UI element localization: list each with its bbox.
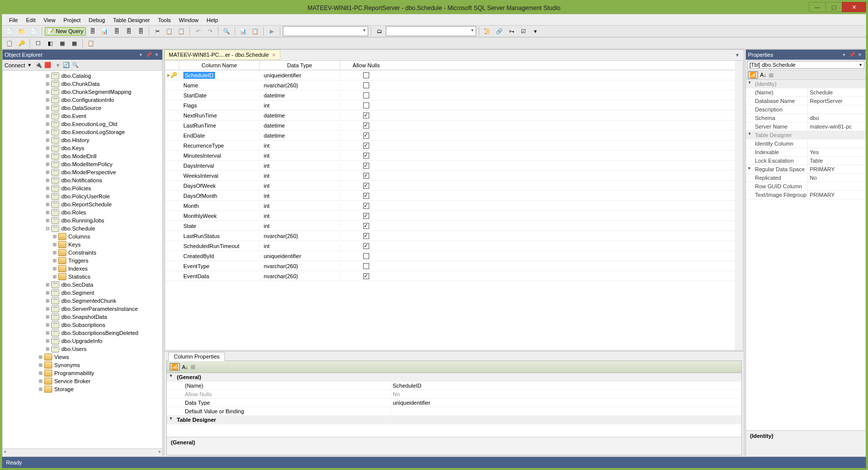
- tool-redo-icon[interactable]: ↷: [204, 26, 215, 36]
- menu-edit[interactable]: Edit: [23, 16, 39, 24]
- column-name-cell[interactable]: ScheduledRunTimeout: [179, 243, 260, 249]
- table-row[interactable]: Monthint: [165, 201, 735, 211]
- expand-icon[interactable]: ⊞: [38, 387, 43, 392]
- close-pane-icon[interactable]: ✕: [153, 51, 160, 58]
- column-name-cell[interactable]: ScheduleID: [179, 72, 260, 78]
- table-row[interactable]: NextRunTimedatetime: [165, 110, 735, 121]
- expand-icon[interactable]: ⊞: [45, 346, 50, 351]
- expand-icon[interactable]: ⊞: [45, 146, 50, 151]
- data-type-cell[interactable]: int: [260, 102, 340, 108]
- data-type-cell[interactable]: uniqueidentifier: [260, 72, 340, 78]
- column-name-cell[interactable]: EventData: [179, 273, 260, 279]
- tool-db-engine-icon[interactable]: 🗄: [87, 26, 98, 36]
- tool-sql-icon[interactable]: ▦: [57, 38, 68, 48]
- tree-item[interactable]: ⊞dbo.ModelItemPolicy: [3, 160, 162, 168]
- dropdown-icon[interactable]: ▾: [137, 51, 144, 58]
- data-type-cell[interactable]: datetime: [260, 112, 340, 119]
- property-row[interactable]: Default Value or Binding: [167, 407, 741, 416]
- tree-item[interactable]: ⊞dbo.Segment: [3, 289, 162, 297]
- expand-icon[interactable]: ⊞: [52, 266, 57, 271]
- column-name-cell[interactable]: Name: [179, 82, 260, 88]
- minimize-button[interactable]: —: [809, 2, 826, 12]
- expand-icon[interactable]: ⊞: [38, 371, 43, 376]
- new-query-button[interactable]: 📝 New Query: [45, 27, 86, 36]
- column-name-cell[interactable]: DaysOfWeek: [179, 183, 260, 189]
- data-type-cell[interactable]: datetime: [260, 133, 340, 139]
- data-type-cell[interactable]: nvarchar(260): [260, 82, 340, 88]
- data-type-cell[interactable]: int: [260, 213, 340, 219]
- tool-undo-icon[interactable]: ↶: [192, 26, 203, 36]
- column-name-cell[interactable]: Month: [179, 203, 260, 209]
- table-row[interactable]: DaysOfWeekint: [165, 181, 735, 191]
- tree-item[interactable]: ⊞dbo.Users: [3, 345, 162, 353]
- property-row[interactable]: Server Namemateev-win81-pc: [746, 123, 865, 131]
- expand-icon[interactable]: ⊞: [45, 322, 50, 327]
- expand-icon[interactable]: ⊞: [45, 81, 50, 86]
- expand-icon[interactable]: ⊞: [45, 113, 50, 119]
- allow-nulls-checkbox[interactable]: [363, 263, 369, 269]
- table-row[interactable]: Stateint: [165, 221, 735, 231]
- data-type-cell[interactable]: nvarchar(260): [260, 273, 340, 279]
- document-tab[interactable]: MATEEV-WIN81-PC....er - dbo.Schedule ✕: [164, 50, 280, 60]
- tool-nav-icon[interactable]: 🔍: [221, 26, 232, 36]
- expand-icon[interactable]: ⊞: [45, 306, 50, 311]
- tree-item[interactable]: ⊞dbo.ServerParametersInstance: [3, 305, 162, 313]
- table-row[interactable]: EventDatanvarchar(260): [165, 271, 735, 281]
- allow-nulls-checkbox[interactable]: [363, 253, 369, 259]
- expand-icon[interactable]: ⊞: [38, 379, 43, 384]
- property-pages-icon[interactable]: ▦: [190, 364, 195, 370]
- menu-help[interactable]: Help: [203, 16, 221, 24]
- tree-item[interactable]: ⊞dbo.RunningJobs: [3, 216, 162, 224]
- table-row[interactable]: CreatedByIduniqueidentifier: [165, 251, 735, 261]
- tree-item[interactable]: ⊞Columns: [3, 232, 162, 241]
- data-type-cell[interactable]: int: [260, 173, 340, 179]
- active-files-dropdown-icon[interactable]: ▾: [736, 52, 739, 58]
- allow-nulls-checkbox[interactable]: [363, 72, 369, 78]
- expand-icon[interactable]: ⊞: [45, 154, 50, 159]
- tool-col-icon[interactable]: 📋: [85, 38, 96, 48]
- tool-dmx-icon[interactable]: 🗄: [123, 26, 134, 36]
- expand-icon[interactable]: ⊟: [45, 226, 50, 231]
- property-row[interactable]: ▾(General): [167, 373, 741, 382]
- tree-item[interactable]: ⊞dbo.ModelPerspective: [3, 168, 162, 176]
- tree-item[interactable]: ⊞Service Broker: [3, 377, 162, 385]
- categorized-icon[interactable]: 📶: [170, 363, 180, 371]
- tool-table-change-icon[interactable]: 📋: [4, 38, 15, 48]
- dropdown-icon[interactable]: ▾: [840, 51, 847, 58]
- property-row[interactable]: Allow NullsNo: [167, 390, 741, 399]
- tool-open-icon[interactable]: 📁: [16, 26, 27, 36]
- menu-tools[interactable]: Tools: [155, 16, 174, 24]
- tree-item[interactable]: ⊞dbo.SegmentedChunk: [3, 297, 162, 305]
- row-selector[interactable]: ▸🔑: [165, 72, 179, 78]
- data-type-cell[interactable]: uniqueidentifier: [260, 253, 340, 259]
- tool-more-icon[interactable]: ▾: [530, 26, 541, 36]
- property-row[interactable]: (Name)ScheduleID: [167, 382, 741, 390]
- menu-table-designer[interactable]: Table Designer: [110, 16, 153, 24]
- tree-item[interactable]: ⊞dbo.Event: [3, 112, 162, 120]
- table-row[interactable]: StartDatedatetime: [165, 90, 735, 100]
- expand-icon[interactable]: ⊞: [45, 138, 50, 143]
- expand-icon[interactable]: ⊞: [45, 130, 50, 135]
- tool-activity-icon[interactable]: 📊: [238, 26, 249, 36]
- allow-nulls-checkbox[interactable]: [363, 123, 369, 129]
- tree-item[interactable]: ⊟dbo.Schedule: [3, 224, 162, 232]
- tool-relationships-icon[interactable]: 🔗: [494, 26, 505, 36]
- data-type-cell[interactable]: int: [260, 243, 340, 249]
- table-row[interactable]: DaysOfMonthint: [165, 191, 735, 201]
- column-name-cell[interactable]: RecurrenceType: [179, 143, 260, 149]
- expand-icon[interactable]: ⊞: [45, 122, 50, 127]
- tree-item[interactable]: ⊞dbo.ReportSchedule: [3, 200, 162, 208]
- expand-icon[interactable]: ⊞: [45, 202, 50, 207]
- tool-cut-icon[interactable]: ✂: [152, 26, 163, 36]
- stop-icon[interactable]: 🟥: [44, 62, 51, 68]
- expand-icon[interactable]: ⊞: [45, 298, 50, 303]
- allow-nulls-checkbox[interactable]: [363, 183, 369, 189]
- property-row[interactable]: Lock EscalationTable: [746, 157, 865, 165]
- column-name-cell[interactable]: LastRunTime: [179, 123, 260, 129]
- tool-select-icon[interactable]: ☐: [33, 38, 44, 48]
- property-row[interactable]: Text/Image FilegroupPRIMARY: [746, 191, 865, 199]
- data-type-cell[interactable]: nvarchar(260): [260, 233, 340, 239]
- expand-icon[interactable]: ⊞: [45, 282, 50, 287]
- menu-project[interactable]: Project: [60, 16, 83, 24]
- tool-add-icon[interactable]: 📄: [28, 26, 39, 36]
